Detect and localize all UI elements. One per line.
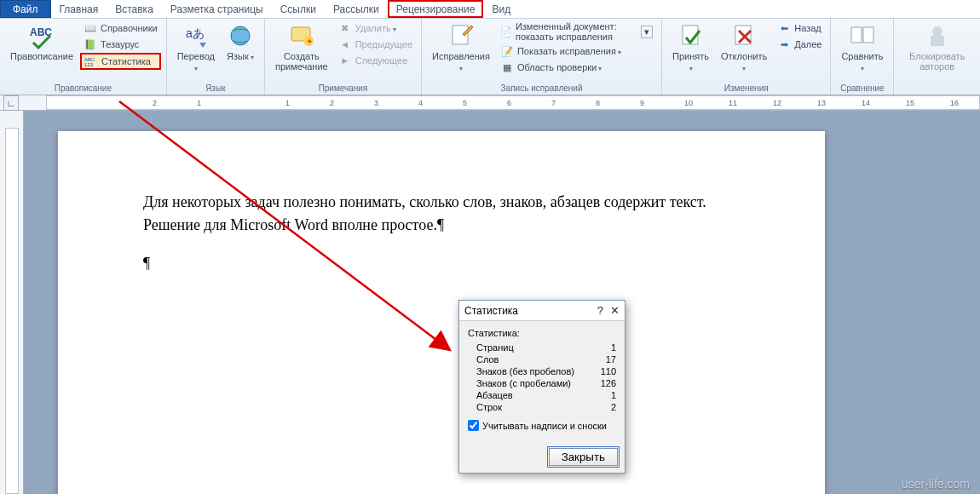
reference-button[interactable]: 📖Справочники (80, 20, 161, 36)
language-button[interactable]: Язык (222, 20, 259, 64)
svg-text:aあ: aあ (186, 26, 205, 40)
help-button[interactable]: ? (597, 304, 603, 317)
block-authors-button[interactable]: Блокировать авторов (899, 20, 975, 73)
dialog-title-bar[interactable]: Статистика ? ✕ (459, 301, 625, 321)
spellcheck-icon: ABC (28, 22, 55, 49)
thesaurus-icon: 📗 (84, 37, 97, 51)
show-markup-button[interactable]: 📝Показать исправления (497, 43, 656, 59)
forward-icon: ➡ (777, 37, 791, 51)
next-comment-button[interactable]: ►Следующее (335, 53, 416, 68)
svg-text:123: 123 (84, 62, 94, 67)
tab-selector[interactable]: ∟ (3, 95, 19, 111)
delete-icon: ✖ (338, 21, 352, 35)
ribbon-group-tracking: Исправления 📄Измененный документ: показа… (422, 19, 662, 95)
forward-button[interactable]: ➡Далее (774, 37, 825, 52)
svg-rect-11 (851, 27, 862, 43)
translate-button[interactable]: aあ Перевод (172, 20, 220, 75)
para-mark: ¶ (143, 252, 740, 275)
dialog-title: Статистика (464, 305, 518, 317)
tab-home[interactable]: Главная (51, 0, 107, 18)
ribbon-group-comments: ✦ Создать примечание ✖Удалить ◄Предыдуще… (265, 19, 422, 95)
lock-icon (924, 22, 951, 49)
compare-button[interactable]: Сравнить (836, 20, 888, 75)
chevron-down-icon: ▾ (641, 26, 653, 38)
statistics-button[interactable]: ABC123Статистика (80, 53, 161, 70)
back-button[interactable]: ⬅Назад (774, 20, 825, 36)
document-text[interactable]: Для некоторых задач полезно понимать, ск… (143, 191, 740, 275)
stat-pages: Страниц1 (468, 342, 616, 353)
delete-comment-button[interactable]: ✖Удалить (335, 20, 416, 36)
display-doc-button[interactable]: 📄Измененный документ: показать исправлен… (497, 20, 656, 43)
ribbon-group-changes: Принять Отклонить ⬅Назад ➡Далее Изменени… (662, 19, 831, 95)
ribbon-group-protect: Блокировать авторов (894, 19, 980, 95)
close-button[interactable]: Закрыть (549, 448, 618, 466)
ruler-h-scale[interactable]: 2 1 1 2 3 4 5 6 7 8 9 10 11 12 13 14 15 … (46, 95, 980, 110)
spellcheck-label: Правописание (10, 51, 73, 61)
new-comment-button[interactable]: ✦ Создать примечание (270, 20, 333, 73)
stat-chars-nospace: Знаков (без пробелов)110 (468, 365, 616, 377)
ribbon-group-language: aあ Перевод Язык Язык (167, 19, 265, 95)
reject-icon (730, 22, 758, 49)
pane-icon: ▦ (500, 60, 514, 74)
menu-bar: Файл Главная Вставка Разметка страницы С… (0, 0, 980, 19)
markup-icon: 📝 (500, 44, 514, 58)
stat-words: Слов17 (468, 353, 616, 365)
close-icon[interactable]: ✕ (610, 304, 620, 317)
tab-layout[interactable]: Разметка страницы (162, 0, 272, 18)
tab-view[interactable]: Вид (483, 0, 519, 18)
tab-insert[interactable]: Вставка (107, 0, 162, 18)
translate-icon: aあ (182, 22, 210, 49)
file-menu[interactable]: Файл (0, 0, 51, 18)
new-comment-icon: ✦ (288, 22, 315, 49)
prev-comment-button[interactable]: ◄Предыдущее (335, 37, 416, 52)
display-icon: 📄 (500, 25, 512, 38)
statistics-dialog: Статистика ? ✕ Статистика: Страниц1 Слов… (458, 300, 625, 474)
track-icon (447, 22, 475, 49)
svg-rect-12 (863, 27, 873, 43)
stat-lines: Строк2 (468, 401, 616, 413)
thesaurus-button[interactable]: 📗Тезаурус (80, 37, 161, 52)
stat-paragraphs: Абзацев1 (468, 389, 616, 401)
svg-rect-14 (931, 36, 944, 46)
spellcheck-button[interactable]: ABC Правописание (5, 20, 78, 63)
group-label-proofing: Правописание (55, 83, 112, 94)
stat-chars-space: Знаков (с пробелами)126 (468, 377, 616, 389)
review-pane-button[interactable]: ▦Область проверки (497, 60, 656, 75)
globe-icon (227, 22, 254, 49)
compare-icon (849, 22, 876, 49)
include-footnotes-checkbox[interactable]: Учитывать надписи и сноски (468, 420, 616, 431)
ruler-v-scale[interactable] (5, 128, 19, 494)
tab-mailings[interactable]: Рассылки (325, 0, 388, 18)
prev-icon: ◄ (338, 37, 352, 51)
statistics-icon: ABC123 (84, 55, 98, 68)
tab-references[interactable]: Ссылки (272, 0, 325, 18)
doc-line-2: Решение для Microsoft Word вполне просто… (143, 214, 740, 237)
tab-review[interactable]: Рецензирование (388, 0, 484, 18)
ruler-vertical (0, 111, 24, 494)
book-icon: 📖 (84, 21, 97, 35)
next-icon: ► (338, 54, 352, 67)
checkbox-input[interactable] (468, 420, 479, 431)
svg-text:✦: ✦ (306, 37, 313, 46)
page: Для некоторых задач полезно понимать, ск… (58, 131, 825, 494)
doc-line-1: Для некоторых задач полезно понимать, ск… (143, 191, 740, 214)
ribbon-group-compare: Сравнить Сравнение (831, 19, 894, 95)
track-changes-button[interactable]: Исправления (427, 20, 495, 75)
accept-icon (677, 22, 705, 49)
ribbon-group-proofing: ABC Правописание 📖Справочники 📗Тезаурус … (0, 19, 167, 95)
watermark: user-life.com (902, 477, 970, 491)
dialog-heading: Статистика: (468, 328, 616, 338)
ribbon: ABC Правописание 📖Справочники 📗Тезаурус … (0, 19, 980, 95)
ruler-horizontal: ∟ 2 1 1 2 3 4 5 6 7 8 9 10 11 12 13 14 1… (0, 95, 980, 111)
svg-point-13 (932, 26, 943, 37)
accept-button[interactable]: Принять (667, 20, 714, 75)
reject-button[interactable]: Отклонить (716, 20, 772, 75)
back-icon: ⬅ (777, 21, 791, 35)
